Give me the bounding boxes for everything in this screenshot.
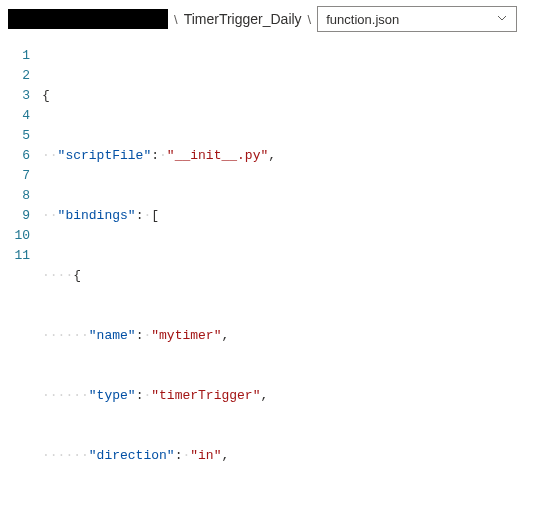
file-dropdown-value: function.json [326, 12, 399, 27]
line-gutter: 1234567891011 [0, 46, 42, 508]
breadcrumb-separator: \ [308, 12, 312, 27]
code-editor[interactable]: 1234567891011 { ··"scriptFile":·"__init_… [0, 38, 534, 508]
breadcrumb-function-name[interactable]: TimerTrigger_Daily [184, 11, 302, 27]
file-dropdown[interactable]: function.json [317, 6, 517, 32]
breadcrumb-separator: \ [174, 12, 178, 27]
code-content: { ··"scriptFile":·"__init__.py", ··"bind… [42, 46, 534, 508]
breadcrumb: \ TimerTrigger_Daily \ function.json [0, 0, 534, 38]
redacted-block [8, 9, 168, 29]
chevron-down-icon [496, 12, 508, 27]
